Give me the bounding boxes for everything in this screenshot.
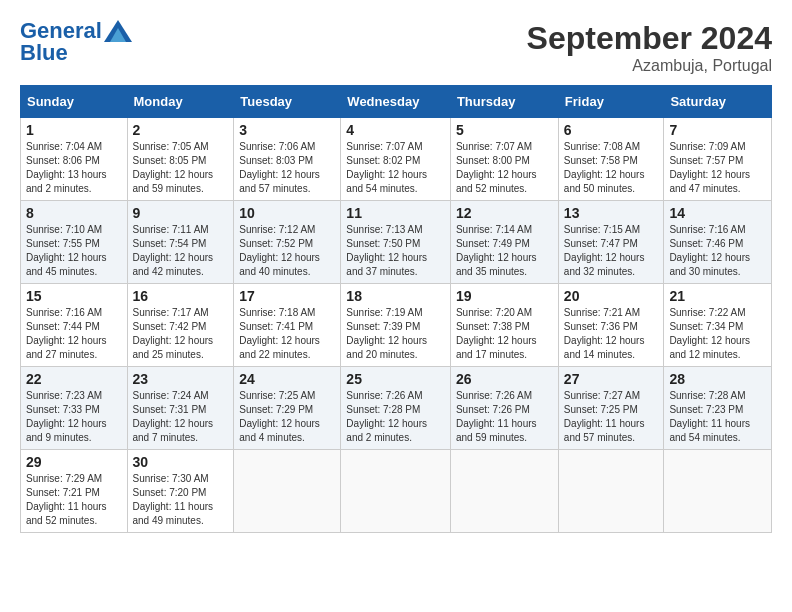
day-info: Sunrise: 7:26 AMSunset: 7:28 PMDaylight:… xyxy=(346,389,445,445)
day-number: 10 xyxy=(239,205,335,221)
day-number: 16 xyxy=(133,288,229,304)
day-info: Sunrise: 7:12 AMSunset: 7:52 PMDaylight:… xyxy=(239,223,335,279)
day-number: 14 xyxy=(669,205,766,221)
day-number: 11 xyxy=(346,205,445,221)
day-info: Sunrise: 7:18 AMSunset: 7:41 PMDaylight:… xyxy=(239,306,335,362)
day-number: 22 xyxy=(26,371,122,387)
day-number: 24 xyxy=(239,371,335,387)
day-info: Sunrise: 7:29 AMSunset: 7:21 PMDaylight:… xyxy=(26,472,122,528)
calendar-week-row: 22Sunrise: 7:23 AMSunset: 7:33 PMDayligh… xyxy=(21,367,772,450)
calendar-cell xyxy=(664,450,772,533)
day-number: 29 xyxy=(26,454,122,470)
calendar-cell: 6Sunrise: 7:08 AMSunset: 7:58 PMDaylight… xyxy=(558,118,664,201)
day-number: 4 xyxy=(346,122,445,138)
calendar-cell: 5Sunrise: 7:07 AMSunset: 8:00 PMDaylight… xyxy=(450,118,558,201)
calendar-cell: 2Sunrise: 7:05 AMSunset: 8:05 PMDaylight… xyxy=(127,118,234,201)
calendar-cell: 13Sunrise: 7:15 AMSunset: 7:47 PMDayligh… xyxy=(558,201,664,284)
calendar-cell: 17Sunrise: 7:18 AMSunset: 7:41 PMDayligh… xyxy=(234,284,341,367)
calendar-cell: 27Sunrise: 7:27 AMSunset: 7:25 PMDayligh… xyxy=(558,367,664,450)
day-info: Sunrise: 7:23 AMSunset: 7:33 PMDaylight:… xyxy=(26,389,122,445)
day-header-saturday: Saturday xyxy=(664,86,772,118)
calendar-cell: 11Sunrise: 7:13 AMSunset: 7:50 PMDayligh… xyxy=(341,201,451,284)
calendar-cell xyxy=(450,450,558,533)
page-header: General Blue September 2024 Azambuja, Po… xyxy=(20,20,772,75)
day-info: Sunrise: 7:25 AMSunset: 7:29 PMDaylight:… xyxy=(239,389,335,445)
calendar-cell: 19Sunrise: 7:20 AMSunset: 7:38 PMDayligh… xyxy=(450,284,558,367)
day-info: Sunrise: 7:16 AMSunset: 7:46 PMDaylight:… xyxy=(669,223,766,279)
day-info: Sunrise: 7:11 AMSunset: 7:54 PMDaylight:… xyxy=(133,223,229,279)
day-info: Sunrise: 7:05 AMSunset: 8:05 PMDaylight:… xyxy=(133,140,229,196)
calendar-cell: 8Sunrise: 7:10 AMSunset: 7:55 PMDaylight… xyxy=(21,201,128,284)
calendar-cell xyxy=(341,450,451,533)
calendar-cell xyxy=(558,450,664,533)
calendar-cell: 30Sunrise: 7:30 AMSunset: 7:20 PMDayligh… xyxy=(127,450,234,533)
day-info: Sunrise: 7:14 AMSunset: 7:49 PMDaylight:… xyxy=(456,223,553,279)
calendar-week-row: 1Sunrise: 7:04 AMSunset: 8:06 PMDaylight… xyxy=(21,118,772,201)
day-number: 13 xyxy=(564,205,659,221)
calendar-cell xyxy=(234,450,341,533)
calendar-cell: 18Sunrise: 7:19 AMSunset: 7:39 PMDayligh… xyxy=(341,284,451,367)
day-info: Sunrise: 7:07 AMSunset: 8:02 PMDaylight:… xyxy=(346,140,445,196)
day-info: Sunrise: 7:04 AMSunset: 8:06 PMDaylight:… xyxy=(26,140,122,196)
calendar-cell: 15Sunrise: 7:16 AMSunset: 7:44 PMDayligh… xyxy=(21,284,128,367)
day-info: Sunrise: 7:09 AMSunset: 7:57 PMDaylight:… xyxy=(669,140,766,196)
day-header-thursday: Thursday xyxy=(450,86,558,118)
page-subtitle: Azambuja, Portugal xyxy=(527,57,772,75)
logo: General Blue xyxy=(20,20,132,64)
calendar-header: SundayMondayTuesdayWednesdayThursdayFrid… xyxy=(21,86,772,118)
day-number: 17 xyxy=(239,288,335,304)
calendar-week-row: 29Sunrise: 7:29 AMSunset: 7:21 PMDayligh… xyxy=(21,450,772,533)
day-number: 25 xyxy=(346,371,445,387)
day-number: 15 xyxy=(26,288,122,304)
day-info: Sunrise: 7:08 AMSunset: 7:58 PMDaylight:… xyxy=(564,140,659,196)
calendar-cell: 9Sunrise: 7:11 AMSunset: 7:54 PMDaylight… xyxy=(127,201,234,284)
logo-blue-text: Blue xyxy=(20,42,132,64)
day-info: Sunrise: 7:27 AMSunset: 7:25 PMDaylight:… xyxy=(564,389,659,445)
day-info: Sunrise: 7:26 AMSunset: 7:26 PMDaylight:… xyxy=(456,389,553,445)
day-number: 6 xyxy=(564,122,659,138)
day-number: 23 xyxy=(133,371,229,387)
day-number: 9 xyxy=(133,205,229,221)
calendar-cell: 16Sunrise: 7:17 AMSunset: 7:42 PMDayligh… xyxy=(127,284,234,367)
calendar-cell: 3Sunrise: 7:06 AMSunset: 8:03 PMDaylight… xyxy=(234,118,341,201)
calendar-cell: 22Sunrise: 7:23 AMSunset: 7:33 PMDayligh… xyxy=(21,367,128,450)
day-number: 26 xyxy=(456,371,553,387)
day-header-friday: Friday xyxy=(558,86,664,118)
day-header-monday: Monday xyxy=(127,86,234,118)
day-info: Sunrise: 7:22 AMSunset: 7:34 PMDaylight:… xyxy=(669,306,766,362)
calendar-cell: 23Sunrise: 7:24 AMSunset: 7:31 PMDayligh… xyxy=(127,367,234,450)
calendar-week-row: 8Sunrise: 7:10 AMSunset: 7:55 PMDaylight… xyxy=(21,201,772,284)
day-info: Sunrise: 7:10 AMSunset: 7:55 PMDaylight:… xyxy=(26,223,122,279)
day-info: Sunrise: 7:16 AMSunset: 7:44 PMDaylight:… xyxy=(26,306,122,362)
calendar-cell: 10Sunrise: 7:12 AMSunset: 7:52 PMDayligh… xyxy=(234,201,341,284)
day-number: 18 xyxy=(346,288,445,304)
title-block: September 2024 Azambuja, Portugal xyxy=(527,20,772,75)
day-info: Sunrise: 7:24 AMSunset: 7:31 PMDaylight:… xyxy=(133,389,229,445)
days-header-row: SundayMondayTuesdayWednesdayThursdayFrid… xyxy=(21,86,772,118)
calendar-cell: 26Sunrise: 7:26 AMSunset: 7:26 PMDayligh… xyxy=(450,367,558,450)
calendar-week-row: 15Sunrise: 7:16 AMSunset: 7:44 PMDayligh… xyxy=(21,284,772,367)
day-number: 12 xyxy=(456,205,553,221)
day-header-wednesday: Wednesday xyxy=(341,86,451,118)
day-info: Sunrise: 7:07 AMSunset: 8:00 PMDaylight:… xyxy=(456,140,553,196)
day-number: 27 xyxy=(564,371,659,387)
day-number: 21 xyxy=(669,288,766,304)
calendar-cell: 28Sunrise: 7:28 AMSunset: 7:23 PMDayligh… xyxy=(664,367,772,450)
calendar-body: 1Sunrise: 7:04 AMSunset: 8:06 PMDaylight… xyxy=(21,118,772,533)
day-info: Sunrise: 7:15 AMSunset: 7:47 PMDaylight:… xyxy=(564,223,659,279)
logo-icon xyxy=(104,20,132,42)
logo-text: General xyxy=(20,20,102,42)
day-info: Sunrise: 7:06 AMSunset: 8:03 PMDaylight:… xyxy=(239,140,335,196)
day-info: Sunrise: 7:28 AMSunset: 7:23 PMDaylight:… xyxy=(669,389,766,445)
day-number: 8 xyxy=(26,205,122,221)
page-title: September 2024 xyxy=(527,20,772,57)
day-info: Sunrise: 7:19 AMSunset: 7:39 PMDaylight:… xyxy=(346,306,445,362)
day-number: 30 xyxy=(133,454,229,470)
day-info: Sunrise: 7:30 AMSunset: 7:20 PMDaylight:… xyxy=(133,472,229,528)
calendar-cell: 1Sunrise: 7:04 AMSunset: 8:06 PMDaylight… xyxy=(21,118,128,201)
day-info: Sunrise: 7:17 AMSunset: 7:42 PMDaylight:… xyxy=(133,306,229,362)
day-number: 1 xyxy=(26,122,122,138)
calendar-cell: 21Sunrise: 7:22 AMSunset: 7:34 PMDayligh… xyxy=(664,284,772,367)
calendar-table: SundayMondayTuesdayWednesdayThursdayFrid… xyxy=(20,85,772,533)
day-header-tuesday: Tuesday xyxy=(234,86,341,118)
